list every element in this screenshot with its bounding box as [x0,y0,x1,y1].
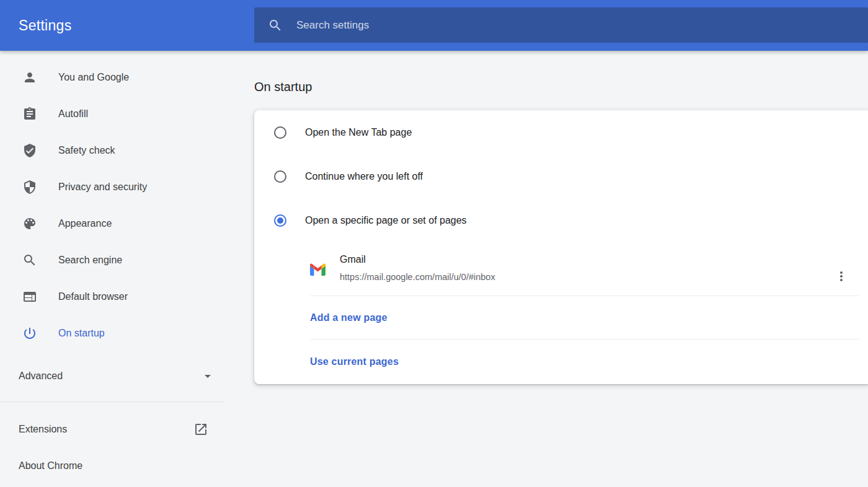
sidebar-item-about-chrome[interactable]: About Chrome [0,447,217,484]
radio-option-new-tab[interactable]: Open the New Tab page [254,110,868,154]
use-current-pages-row[interactable]: Use current pages [254,340,868,384]
browser-window-icon [22,289,37,304]
search-settings-box[interactable] [254,7,868,43]
palette-icon [22,216,37,231]
main-panel: On startup Open the New Tab page Continu… [254,51,868,384]
sidebar-item-label: Autofill [58,108,88,120]
radio-label: Continue where you left off [305,171,423,182]
sidebar-divider [0,401,224,402]
search-icon [22,253,37,268]
on-startup-card: Open the New Tab page Continue where you… [254,110,868,384]
search-input[interactable] [296,19,868,32]
sidebar-item-privacy-and-security[interactable]: Privacy and security [0,169,224,205]
radio-label: Open the New Tab page [305,127,412,138]
radio-button-unchecked[interactable] [274,170,286,183]
sidebar-item-label: Privacy and security [58,182,147,193]
settings-header: Settings [0,0,868,51]
power-icon [22,326,37,341]
gmail-favicon [310,262,326,278]
shield-check-icon [22,143,37,158]
content-area: You and Google Autofill Safety check Pri… [0,51,868,487]
sidebar-item-default-browser[interactable]: Default browser [0,278,224,315]
sidebar-item-autofill[interactable]: Autofill [0,95,224,132]
sidebar-item-you-and-google[interactable]: You and Google [0,59,224,95]
radio-button-checked[interactable] [274,214,286,227]
sidebar-item-label: Search engine [58,255,122,266]
clipboard-icon [22,107,37,121]
shield-half-icon [22,180,37,195]
sidebar-item-appearance[interactable]: Appearance [0,205,224,242]
sidebar-item-label: Default browser [58,291,128,302]
sidebar-item-safety-check[interactable]: Safety check [0,132,224,169]
radio-label: Open a specific page or set of pages [305,215,467,226]
advanced-label: Advanced [19,371,63,382]
search-icon [268,18,283,33]
section-title: On startup [254,51,868,95]
radio-option-continue[interactable]: Continue where you left off [254,154,868,198]
sidebar-item-on-startup[interactable]: On startup [0,315,224,351]
extensions-label: Extensions [19,424,67,435]
sidebar-nav: You and Google Autofill Safety check Pri… [0,51,254,484]
radio-option-specific-pages[interactable]: Open a specific page or set of pages [254,198,868,242]
startup-page-url: https://mail.google.com/mail/u/0/#inbox [340,272,495,282]
sidebar-item-label: Safety check [58,145,115,156]
sidebar-item-label: On startup [58,328,105,339]
startup-page-row: Gmail https://mail.google.com/mail/u/0/#… [254,242,868,296]
sidebar-advanced-toggle[interactable]: Advanced [0,358,217,394]
sidebar-item-extensions[interactable]: Extensions [0,411,217,447]
sidebar-item-label: Appearance [58,218,112,229]
sidebar-item-label: You and Google [58,72,129,83]
page-title: Settings [19,17,72,34]
person-icon [22,70,37,85]
add-new-page-row[interactable]: Add a new page [254,296,868,340]
more-options-icon[interactable] [834,269,849,284]
about-chrome-label: About Chrome [19,460,82,472]
use-current-pages-link[interactable]: Use current pages [310,356,399,367]
open-in-new-icon [193,422,208,437]
startup-page-title: Gmail [340,254,366,265]
add-new-page-link[interactable]: Add a new page [310,312,388,323]
radio-button-unchecked[interactable] [274,126,286,139]
sidebar-item-search-engine[interactable]: Search engine [0,242,224,278]
chevron-down-icon [200,369,215,384]
